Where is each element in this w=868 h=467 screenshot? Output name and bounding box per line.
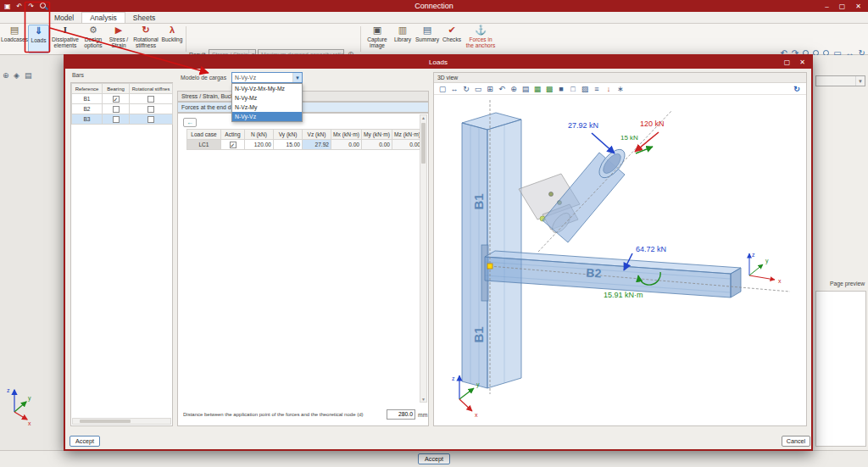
axes-tool-icon[interactable]: ⊕ bbox=[3, 71, 9, 80]
orbit-icon[interactable]: ↻ bbox=[460, 84, 472, 94]
print-tool-icon[interactable]: ▤ bbox=[25, 71, 32, 80]
pan-tool-icon[interactable]: ◈ bbox=[14, 71, 19, 80]
view3d-title-bar: 3D view bbox=[434, 73, 806, 83]
loads-button[interactable]: ⇓ Loads bbox=[28, 25, 49, 53]
section-stress-strain[interactable]: Stress / Strain, Buckling bbox=[177, 91, 429, 102]
member-label-b1-bottom: B1 bbox=[471, 326, 486, 342]
distance-input[interactable]: 280.0 bbox=[387, 409, 415, 420]
mx-value: 0.00 bbox=[331, 140, 362, 150]
zoom-extents-icon[interactable]: ⊞ bbox=[484, 84, 496, 94]
dropdown-option[interactable]: N-Vy-Vz-Mx-My-Mz bbox=[232, 84, 302, 93]
tab-sheets[interactable]: Sheets bbox=[125, 13, 163, 23]
buckling-button[interactable]: λ Buckling bbox=[161, 25, 183, 53]
bars-row-b3[interactable]: B3 bbox=[72, 114, 173, 125]
axes-icon[interactable]: ⊕ bbox=[508, 84, 520, 94]
ribbon-separator bbox=[186, 26, 186, 52]
redo-icon[interactable]: ↷ bbox=[28, 3, 34, 10]
close-button[interactable]: ✕ bbox=[855, 3, 861, 10]
rotational-checkbox[interactable] bbox=[147, 116, 154, 123]
rotational-checkbox[interactable] bbox=[147, 96, 154, 103]
pan-icon[interactable]: ↔ bbox=[448, 84, 460, 94]
bars-h-scrollbar[interactable] bbox=[72, 418, 171, 425]
main-accept-button[interactable]: Accept bbox=[418, 453, 450, 464]
bearing-checkbox[interactable]: ✓ bbox=[113, 96, 120, 103]
forces-v-scrollbar[interactable]: ▲▼ bbox=[420, 114, 427, 403]
rotational-stiffness-icon: ↻ bbox=[142, 25, 149, 36]
forces-anchors-button[interactable]: ⚓ Forces in the anchors bbox=[465, 25, 497, 53]
search-icon[interactable] bbox=[40, 3, 46, 8]
view3d-toolbar: ▢ ↔ ↻ ▭ ⊞ ↶ ⊕ ▤ ▦ ▩ ■ □ ▨ ≡ ↓ ∗ ↻ bbox=[434, 83, 806, 95]
axis-z-label: z bbox=[452, 375, 455, 381]
rotational-stiffness-button[interactable]: ↻ Rotational stiffness bbox=[132, 25, 159, 53]
loads-display-icon[interactable]: ↓ bbox=[603, 84, 615, 94]
load-case-row[interactable]: LC1 ✓ 120.00 15.00 27.92 0.00 0.00 0.00 bbox=[187, 140, 423, 150]
dropdown-option[interactable]: N-Vy-Mz bbox=[232, 93, 302, 103]
design-options-button[interactable]: ⚙ Design options bbox=[81, 25, 105, 53]
dialog-cancel-button[interactable]: Cancel bbox=[782, 436, 810, 447]
vy-value[interactable]: 15.00 bbox=[274, 140, 303, 150]
load-model-combo[interactable]: N-Vy-Vz▼ bbox=[231, 72, 303, 83]
dialog-body: Bars Reference Bearing Rotational stiffn… bbox=[65, 69, 811, 449]
acting-checkbox[interactable]: ✓ bbox=[230, 142, 236, 148]
refresh-icon[interactable]: ↻ bbox=[791, 84, 803, 94]
maximize-button[interactable]: ▢ bbox=[839, 3, 846, 10]
vz-value[interactable]: 27.92 bbox=[303, 140, 331, 150]
dialog-close-button[interactable]: ✕ bbox=[799, 58, 805, 66]
bearing-checkbox[interactable] bbox=[113, 116, 120, 123]
load-model-label: Modelo de cargas bbox=[181, 75, 226, 81]
stress-strain-button[interactable]: ▶ Stress / Strain bbox=[107, 25, 131, 53]
view3d-right-triad: z x y bbox=[749, 252, 782, 284]
bars-col-reference: Reference bbox=[72, 84, 103, 94]
chevron-down-icon: ▼ bbox=[292, 73, 302, 82]
bars-row-b2[interactable]: B2 bbox=[72, 104, 173, 114]
bars-col-rotational: Rotational stiffnes bbox=[130, 84, 173, 94]
library-button[interactable]: ▥ Library bbox=[392, 25, 414, 53]
node-marker[interactable] bbox=[487, 264, 492, 269]
page-preview-label: Page preview bbox=[830, 281, 865, 286]
wireframe-view-icon[interactable]: □ bbox=[567, 84, 579, 94]
dropdown-option-selected[interactable]: N-Vy-Vz bbox=[232, 112, 302, 121]
force-label-tube-minor: 15 kN bbox=[620, 134, 638, 142]
view3d-panel: 3D view ▢ ↔ ↻ ▭ ⊞ ↶ ⊕ ▤ ▦ ▩ ■ □ ▨ ≡ bbox=[433, 72, 807, 426]
undo-icon[interactable]: ↶ bbox=[17, 3, 23, 10]
n-value[interactable]: 120.00 bbox=[245, 140, 274, 150]
side-panel-combo[interactable]: ▼ bbox=[815, 75, 865, 86]
application-window: ▣ ↶ ↷ Connection – ▢ ✕ Model Analysis Sh… bbox=[0, 0, 868, 467]
minimize-button[interactable]: – bbox=[825, 3, 828, 10]
capture-image-button[interactable]: ▣ Capture image bbox=[364, 25, 390, 53]
previous-view-icon[interactable]: ↶ bbox=[496, 84, 508, 94]
view3d-canvas[interactable]: B1 B1 B2 27.92 kN 120 kN 15 kN 64.72 kN bbox=[434, 96, 806, 426]
bearing-checkbox[interactable] bbox=[113, 106, 120, 113]
tab-analysis[interactable]: Analysis bbox=[81, 12, 125, 23]
print-icon[interactable]: ▤ bbox=[520, 84, 531, 94]
bars-row-b1[interactable]: B1 ✓ bbox=[72, 94, 173, 104]
dissipative-elements-button[interactable]: I Dissipative elements bbox=[51, 25, 80, 53]
dialog-title-bar[interactable]: Loads ▢ ✕ bbox=[65, 56, 811, 69]
dissipative-elements-icon: I bbox=[64, 25, 67, 36]
dialog-maximize-button[interactable]: ▢ bbox=[784, 58, 791, 66]
loadcases-button[interactable]: ▤ Loadcases bbox=[2, 25, 27, 53]
select-icon[interactable]: ▢ bbox=[437, 84, 448, 94]
column-b1[interactable] bbox=[462, 113, 521, 388]
section-forces-end[interactable]: Forces at the end d bbox=[177, 102, 429, 113]
back-button[interactable]: ← bbox=[183, 118, 197, 127]
dialog-accept-button[interactable]: Accept bbox=[70, 436, 100, 447]
axis-y-label: y bbox=[28, 395, 31, 402]
labels-icon[interactable]: ≡ bbox=[591, 84, 603, 94]
rotational-checkbox[interactable] bbox=[147, 106, 154, 113]
save-icon[interactable]: ▣ bbox=[4, 3, 11, 10]
transparency-icon[interactable]: ▨ bbox=[579, 84, 591, 94]
settings-icon[interactable]: ∗ bbox=[615, 84, 626, 94]
checks-button[interactable]: ✔ Checks bbox=[441, 25, 463, 53]
menu-tab-bar: Model Analysis Sheets bbox=[0, 12, 868, 24]
bolt-icon bbox=[549, 192, 554, 197]
tab-model[interactable]: Model bbox=[47, 13, 81, 23]
solid-view-icon[interactable]: ■ bbox=[555, 84, 567, 94]
grid-icon[interactable]: ▦ bbox=[531, 84, 543, 94]
mesh-icon[interactable]: ▩ bbox=[543, 84, 555, 94]
dropdown-option[interactable]: N-Vz-My bbox=[232, 103, 302, 112]
title-bar: ▣ ↶ ↷ Connection – ▢ ✕ bbox=[0, 0, 868, 12]
summary-button[interactable]: ▤ Summary bbox=[415, 25, 439, 53]
dialog-title: Loads bbox=[429, 58, 448, 66]
zoom-window-icon[interactable]: ▭ bbox=[472, 84, 484, 94]
